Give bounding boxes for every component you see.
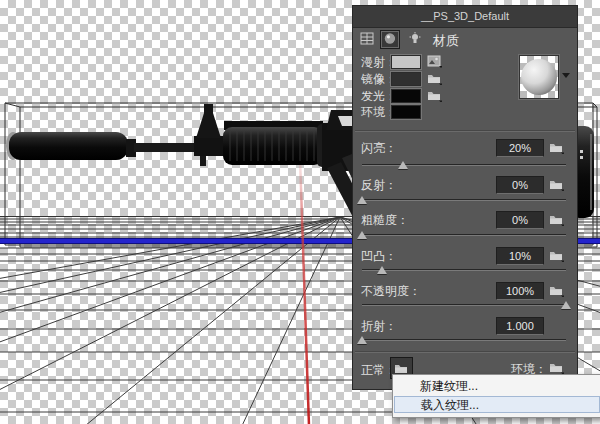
front-sight: [196, 110, 221, 138]
menu-item-new-texture[interactable]: 新建纹理...: [394, 378, 600, 395]
reflection-label: 反射：: [361, 177, 397, 194]
shine-row: 闪亮： 20%: [353, 139, 577, 157]
refraction-label: 折射：: [361, 318, 397, 335]
roughness-value[interactable]: 0%: [496, 211, 544, 229]
refraction-slider[interactable]: [362, 339, 566, 341]
bump-label: 凹凸：: [361, 248, 397, 265]
opacity-label: 不透明度：: [361, 283, 421, 300]
reflection-row: 反射： 0%: [353, 176, 577, 194]
material-preview-dropdown-icon[interactable]: [562, 73, 570, 78]
opacity-row: 不透明度： 100%: [353, 282, 577, 300]
shine-label: 闪亮：: [361, 140, 397, 157]
slider-thumb[interactable]: [357, 231, 367, 239]
opacity-value[interactable]: 100%: [496, 282, 544, 300]
lights-filter-icon: [408, 31, 422, 49]
divider: [355, 130, 575, 132]
shine-slider[interactable]: [362, 164, 566, 166]
refraction-row: 折射： 1.000: [353, 317, 577, 335]
materials-filter-button[interactable]: [380, 30, 400, 49]
scene-filter-button[interactable]: [357, 30, 377, 49]
roughness-slider[interactable]: [362, 234, 566, 236]
filter-toolbar: 材质: [353, 30, 577, 52]
roughness-row: 粗糙度： 0%: [353, 211, 577, 229]
slider-thumb[interactable]: [561, 301, 571, 309]
panel-tab-label: 材质: [433, 32, 459, 50]
photoshop-3d-canvas[interactable]: __PS_3D_Default 材质 漫射：: [0, 0, 600, 424]
laser-guide-line: [300, 158, 309, 424]
scene-filter-icon: [360, 31, 374, 49]
ambient-row: 环境：: [353, 104, 577, 119]
divider: [355, 351, 575, 353]
illumination-color-swatch[interactable]: [391, 89, 421, 103]
slider-thumb[interactable]: [377, 266, 387, 274]
reflection-slider[interactable]: [362, 199, 566, 201]
opacity-slider[interactable]: [362, 304, 566, 306]
folder-icon[interactable]: [549, 177, 564, 195]
bump-value[interactable]: 10%: [496, 247, 544, 265]
lights-filter-button[interactable]: [405, 30, 425, 49]
folder-icon[interactable]: [549, 140, 564, 158]
slider-thumb[interactable]: [398, 161, 408, 169]
texture-image-icon[interactable]: [427, 54, 442, 72]
folder-icon[interactable]: [549, 283, 564, 301]
bump-row: 凹凸： 10%: [353, 247, 577, 265]
texture-context-menu: 新建纹理... 载入纹理...: [392, 374, 600, 418]
bump-slider[interactable]: [362, 269, 566, 271]
panel-title[interactable]: __PS_3D_Default: [353, 6, 577, 28]
slider-thumb[interactable]: [357, 336, 367, 344]
diffuse-color-swatch[interactable]: [391, 55, 421, 69]
specular-color-swatch[interactable]: [391, 72, 421, 86]
suppressor: [9, 132, 128, 160]
material-preview-sphere: [521, 59, 557, 95]
shine-value[interactable]: 20%: [496, 139, 544, 157]
reflection-value[interactable]: 0%: [496, 176, 544, 194]
handguard: [223, 127, 323, 165]
ambient-color-swatch[interactable]: [391, 105, 421, 119]
folder-icon[interactable]: [427, 71, 442, 89]
menu-item-load-texture[interactable]: 载入纹理...: [394, 396, 600, 413]
3d-material-panel: __PS_3D_Default 材质 漫射：: [352, 5, 578, 390]
slider-thumb[interactable]: [357, 196, 367, 204]
refraction-value[interactable]: 1.000: [496, 317, 544, 335]
roughness-label: 粗糙度：: [361, 212, 409, 229]
folder-icon[interactable]: [549, 212, 564, 230]
material-preview[interactable]: [519, 55, 559, 99]
materials-filter-icon: [383, 31, 397, 49]
folder-icon[interactable]: [549, 248, 564, 266]
